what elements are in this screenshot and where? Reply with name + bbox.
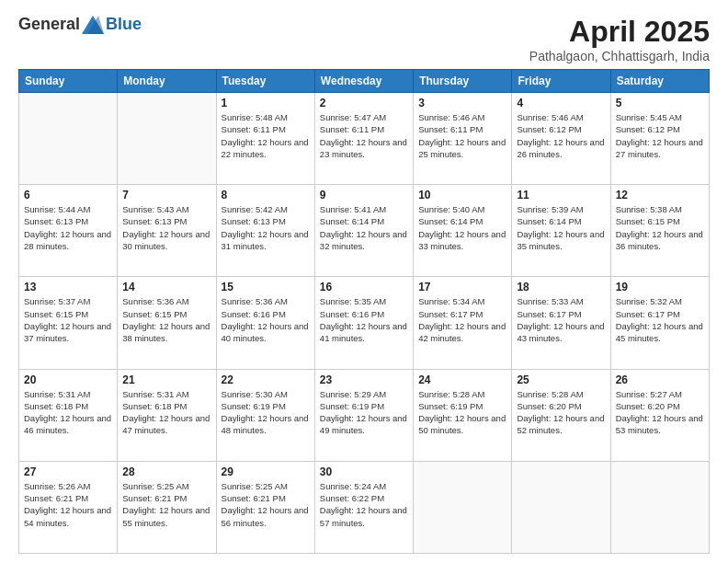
day-info: Sunrise: 5:31 AMSunset: 6:18 PMDaylight:… bbox=[122, 388, 210, 437]
col-friday: Friday bbox=[512, 70, 610, 93]
day-number: 22 bbox=[222, 373, 310, 386]
day-info: Sunrise: 5:28 AMSunset: 6:20 PMDaylight:… bbox=[517, 388, 605, 437]
table-row: 3Sunrise: 5:46 AMSunset: 6:11 PMDaylight… bbox=[414, 93, 512, 185]
day-info: Sunrise: 5:41 AMSunset: 6:14 PMDaylight:… bbox=[320, 203, 408, 252]
day-number: 3 bbox=[418, 97, 506, 109]
day-number: 1 bbox=[222, 97, 310, 109]
day-number: 8 bbox=[222, 189, 310, 201]
day-number: 23 bbox=[320, 373, 408, 386]
day-info: Sunrise: 5:25 AMSunset: 6:21 PMDaylight:… bbox=[122, 480, 210, 529]
day-info: Sunrise: 5:44 AMSunset: 6:13 PMDaylight:… bbox=[24, 203, 112, 252]
day-number: 17 bbox=[418, 281, 506, 293]
day-number: 15 bbox=[222, 281, 310, 293]
table-row: 4Sunrise: 5:46 AMSunset: 6:12 PMDaylight… bbox=[512, 93, 610, 185]
table-row: 23Sunrise: 5:29 AMSunset: 6:19 PMDayligh… bbox=[314, 369, 413, 461]
day-number: 6 bbox=[24, 189, 112, 201]
day-info: Sunrise: 5:31 AMSunset: 6:18 PMDaylight:… bbox=[24, 388, 112, 437]
table-row: 10Sunrise: 5:40 AMSunset: 6:14 PMDayligh… bbox=[414, 185, 512, 277]
table-row: 15Sunrise: 5:36 AMSunset: 6:16 PMDayligh… bbox=[216, 277, 314, 369]
day-number: 27 bbox=[24, 465, 112, 478]
table-row: 8Sunrise: 5:42 AMSunset: 6:13 PMDaylight… bbox=[216, 185, 314, 277]
col-thursday: Thursday bbox=[414, 70, 512, 93]
day-info: Sunrise: 5:40 AMSunset: 6:14 PMDaylight:… bbox=[418, 203, 506, 252]
table-row: 20Sunrise: 5:31 AMSunset: 6:18 PMDayligh… bbox=[19, 369, 118, 461]
day-info: Sunrise: 5:28 AMSunset: 6:19 PMDaylight:… bbox=[418, 388, 506, 437]
table-row: 27Sunrise: 5:26 AMSunset: 6:21 PMDayligh… bbox=[19, 461, 118, 553]
day-info: Sunrise: 5:30 AMSunset: 6:19 PMDaylight:… bbox=[222, 388, 310, 437]
calendar-week-row: 27Sunrise: 5:26 AMSunset: 6:21 PMDayligh… bbox=[19, 461, 710, 553]
table-row bbox=[414, 461, 512, 553]
day-info: Sunrise: 5:34 AMSunset: 6:17 PMDaylight:… bbox=[418, 295, 506, 344]
day-number: 16 bbox=[320, 281, 408, 293]
table-row: 6Sunrise: 5:44 AMSunset: 6:13 PMDaylight… bbox=[19, 185, 118, 277]
table-row: 7Sunrise: 5:43 AMSunset: 6:13 PMDaylight… bbox=[118, 185, 216, 277]
table-row: 26Sunrise: 5:27 AMSunset: 6:20 PMDayligh… bbox=[610, 369, 709, 461]
day-number: 25 bbox=[517, 373, 605, 386]
day-info: Sunrise: 5:37 AMSunset: 6:15 PMDaylight:… bbox=[24, 295, 112, 344]
day-info: Sunrise: 5:38 AMSunset: 6:15 PMDaylight:… bbox=[616, 203, 704, 252]
calendar-week-row: 20Sunrise: 5:31 AMSunset: 6:18 PMDayligh… bbox=[19, 369, 710, 461]
calendar-week-row: 13Sunrise: 5:37 AMSunset: 6:15 PMDayligh… bbox=[19, 277, 710, 369]
day-info: Sunrise: 5:32 AMSunset: 6:17 PMDaylight:… bbox=[616, 295, 704, 344]
col-monday: Monday bbox=[118, 70, 216, 93]
day-number: 14 bbox=[122, 281, 210, 293]
day-number: 26 bbox=[616, 373, 704, 386]
table-row bbox=[610, 461, 709, 553]
day-info: Sunrise: 5:45 AMSunset: 6:12 PMDaylight:… bbox=[616, 111, 704, 160]
day-info: Sunrise: 5:25 AMSunset: 6:21 PMDaylight:… bbox=[222, 480, 310, 529]
logo: General Blue bbox=[18, 15, 142, 34]
day-number: 12 bbox=[616, 189, 704, 201]
day-number: 5 bbox=[616, 97, 704, 109]
calendar-week-row: 6Sunrise: 5:44 AMSunset: 6:13 PMDaylight… bbox=[19, 185, 710, 277]
calendar-header-row: Sunday Monday Tuesday Wednesday Thursday… bbox=[19, 70, 710, 93]
header: General Blue April 2025 Pathalgaon, Chha… bbox=[18, 15, 710, 63]
table-row: 16Sunrise: 5:35 AMSunset: 6:16 PMDayligh… bbox=[314, 277, 413, 369]
col-saturday: Saturday bbox=[610, 70, 709, 93]
day-info: Sunrise: 5:43 AMSunset: 6:13 PMDaylight:… bbox=[122, 203, 210, 252]
day-info: Sunrise: 5:48 AMSunset: 6:11 PMDaylight:… bbox=[222, 111, 310, 160]
table-row: 18Sunrise: 5:33 AMSunset: 6:17 PMDayligh… bbox=[512, 277, 610, 369]
table-row: 14Sunrise: 5:36 AMSunset: 6:15 PMDayligh… bbox=[118, 277, 216, 369]
table-row: 11Sunrise: 5:39 AMSunset: 6:14 PMDayligh… bbox=[512, 185, 610, 277]
table-row bbox=[512, 461, 610, 553]
day-number: 21 bbox=[122, 373, 210, 386]
day-number: 19 bbox=[616, 281, 704, 293]
day-info: Sunrise: 5:39 AMSunset: 6:14 PMDaylight:… bbox=[517, 203, 605, 252]
table-row bbox=[118, 93, 216, 185]
day-info: Sunrise: 5:36 AMSunset: 6:15 PMDaylight:… bbox=[122, 295, 210, 344]
table-row: 1Sunrise: 5:48 AMSunset: 6:11 PMDaylight… bbox=[216, 93, 314, 185]
title-sub: Pathalgaon, Chhattisgarh, India bbox=[529, 49, 710, 63]
day-number: 10 bbox=[418, 189, 506, 201]
table-row: 21Sunrise: 5:31 AMSunset: 6:18 PMDayligh… bbox=[118, 369, 216, 461]
day-info: Sunrise: 5:24 AMSunset: 6:22 PMDaylight:… bbox=[320, 480, 408, 529]
page: General Blue April 2025 Pathalgaon, Chha… bbox=[0, 0, 728, 563]
table-row: 12Sunrise: 5:38 AMSunset: 6:15 PMDayligh… bbox=[610, 185, 709, 277]
day-number: 11 bbox=[517, 189, 605, 201]
calendar-week-row: 1Sunrise: 5:48 AMSunset: 6:11 PMDaylight… bbox=[19, 93, 710, 185]
table-row: 30Sunrise: 5:24 AMSunset: 6:22 PMDayligh… bbox=[314, 461, 413, 553]
table-row: 5Sunrise: 5:45 AMSunset: 6:12 PMDaylight… bbox=[610, 93, 709, 185]
day-number: 29 bbox=[222, 465, 310, 478]
table-row: 22Sunrise: 5:30 AMSunset: 6:19 PMDayligh… bbox=[216, 369, 314, 461]
day-number: 18 bbox=[517, 281, 605, 293]
logo-text-general: General bbox=[18, 15, 80, 34]
day-info: Sunrise: 5:35 AMSunset: 6:16 PMDaylight:… bbox=[320, 295, 408, 344]
day-number: 20 bbox=[24, 373, 112, 386]
day-number: 9 bbox=[320, 189, 408, 201]
table-row: 24Sunrise: 5:28 AMSunset: 6:19 PMDayligh… bbox=[414, 369, 512, 461]
table-row: 9Sunrise: 5:41 AMSunset: 6:14 PMDaylight… bbox=[314, 185, 413, 277]
table-row: 28Sunrise: 5:25 AMSunset: 6:21 PMDayligh… bbox=[118, 461, 216, 553]
calendar-table: Sunday Monday Tuesday Wednesday Thursday… bbox=[18, 69, 710, 554]
day-number: 28 bbox=[122, 465, 210, 478]
day-number: 30 bbox=[320, 465, 408, 478]
day-info: Sunrise: 5:29 AMSunset: 6:19 PMDaylight:… bbox=[320, 388, 408, 437]
table-row: 25Sunrise: 5:28 AMSunset: 6:20 PMDayligh… bbox=[512, 369, 610, 461]
day-info: Sunrise: 5:46 AMSunset: 6:11 PMDaylight:… bbox=[418, 111, 506, 160]
day-number: 4 bbox=[517, 97, 605, 109]
day-number: 7 bbox=[122, 189, 210, 201]
table-row: 29Sunrise: 5:25 AMSunset: 6:21 PMDayligh… bbox=[216, 461, 314, 553]
col-tuesday: Tuesday bbox=[216, 70, 314, 93]
table-row: 2Sunrise: 5:47 AMSunset: 6:11 PMDaylight… bbox=[314, 93, 413, 185]
day-info: Sunrise: 5:33 AMSunset: 6:17 PMDaylight:… bbox=[517, 295, 605, 344]
day-info: Sunrise: 5:46 AMSunset: 6:12 PMDaylight:… bbox=[517, 111, 605, 160]
